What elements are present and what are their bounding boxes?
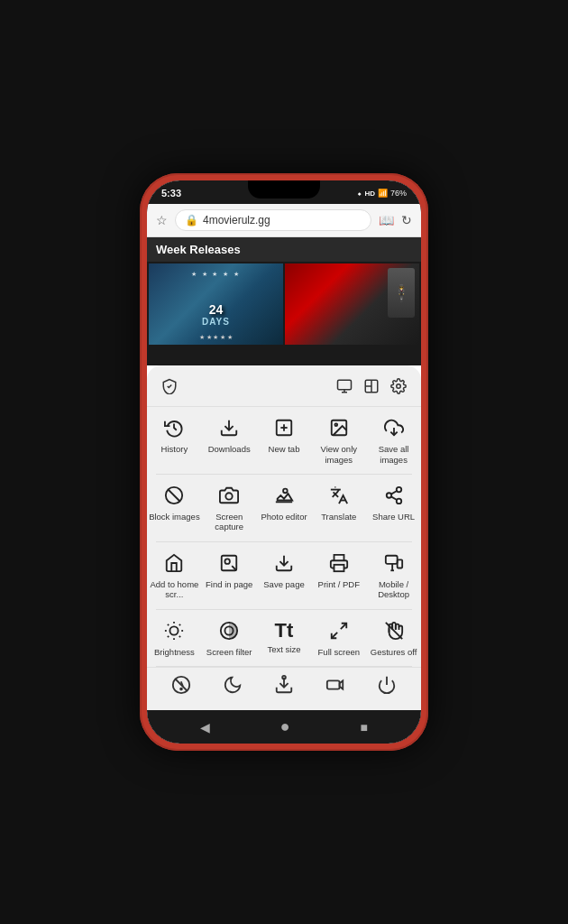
menu-item-new-tab[interactable]: New tab [257, 411, 312, 470]
menu-item-history[interactable]: History [147, 411, 202, 470]
brightness-icon [164, 621, 184, 643]
screen-capture-label: Screen capture [204, 512, 255, 532]
url-bar[interactable]: 🔒 4movierulz.gg [175, 209, 371, 231]
menu-item-brightness[interactable]: Brightness [147, 614, 202, 662]
menu-item-save-page[interactable]: Save page [257, 546, 312, 605]
svg-line-40 [179, 624, 180, 624]
address-bar: ☆ 🔒 4movierulz.gg 📖 ↻ [147, 204, 421, 237]
menu-item-view-images[interactable]: View only images [311, 411, 366, 470]
movie-thumb-1[interactable]: ★ ★ ★ ★ ★ 24 DAYS ★ ★ ★ ★ ★ [149, 263, 283, 345]
phone-inner: 5:33 ⬥ HD 📶 76% ☆ 🔒 4movierulz.gg 📖 ↻ [147, 180, 421, 744]
back-button[interactable]: ◀ [200, 720, 210, 735]
menu-item-screen-capture[interactable]: Screen capture [202, 478, 257, 538]
screen-filter-label: Screen filter [206, 647, 252, 657]
bottom-dock [147, 667, 421, 707]
home-button[interactable]: ● [280, 717, 290, 736]
save-offline-icon[interactable] [274, 675, 294, 699]
menu-item-translate[interactable]: Translate [311, 478, 366, 538]
save-images-label: Save all images [368, 444, 419, 465]
settings-icon[interactable] [390, 378, 407, 399]
svg-line-35 [168, 624, 169, 624]
svg-point-19 [386, 493, 391, 498]
mobile-desktop-label: Mobile / Desktop [368, 579, 419, 600]
svg-line-22 [390, 491, 396, 494]
save-page-label: Save page [263, 579, 304, 589]
night-mode-icon[interactable] [223, 675, 243, 699]
svg-line-15 [169, 490, 180, 502]
context-menu: History Downloads [147, 365, 421, 710]
monitor-icon[interactable] [336, 378, 353, 399]
svg-line-21 [390, 496, 396, 500]
full-screen-label: Full screen [318, 647, 360, 657]
svg-point-18 [396, 487, 401, 493]
add-home-icon [164, 553, 184, 576]
split-icon[interactable] [363, 378, 380, 399]
menu-item-gestures-off[interactable]: Gestures off [366, 614, 421, 662]
photo-editor-icon [274, 485, 294, 508]
print-pdf-icon [329, 553, 349, 576]
menu-item-block-images[interactable]: Block images [147, 478, 202, 538]
menu-item-add-home[interactable]: Add to home scr... [147, 546, 202, 605]
menu-item-text-size[interactable]: Tt Text size [257, 614, 312, 662]
url-text: 4movierulz.gg [203, 214, 270, 226]
shield-icon[interactable] [161, 378, 178, 399]
view-images-icon [329, 418, 349, 440]
block-images-label: Block images [149, 512, 200, 522]
find-page-label: Find in page [206, 579, 252, 589]
menu-item-photo-editor[interactable]: Photo editor [257, 478, 312, 538]
wifi-icon: 📶 [378, 189, 388, 198]
svg-rect-51 [327, 680, 340, 688]
screen-capture-icon [219, 485, 239, 508]
video-icon[interactable] [325, 675, 345, 699]
history-label: History [161, 444, 188, 454]
new-tab-icon [274, 418, 294, 440]
svg-point-48 [180, 688, 182, 690]
lock-icon: 🔒 [185, 214, 198, 226]
share-url-label: Share URL [372, 512, 415, 522]
status-bar: 5:33 ⬥ HD 📶 76% [147, 180, 421, 204]
translate-icon [329, 485, 349, 508]
menu-row-4: Brightness Screen filter [147, 610, 421, 666]
status-icons: ⬥ HD 📶 76% [357, 189, 407, 198]
gestures-off-icon [384, 621, 404, 643]
svg-point-6 [397, 384, 401, 389]
section-title: Week Releases [147, 237, 421, 262]
screen: 5:33 ⬥ HD 📶 76% ☆ 🔒 4movierulz.gg 📖 ↻ [147, 180, 421, 744]
menu-row-3: Add to home scr... Find in page [147, 542, 421, 609]
menu-item-save-images[interactable]: Save all images [366, 411, 421, 470]
signal-icon: ⬥ [357, 189, 362, 198]
menu-item-print-pdf[interactable]: Print / PDF [311, 546, 366, 605]
svg-point-24 [225, 559, 231, 564]
menu-row-1: History Downloads [147, 407, 421, 474]
refresh-icon[interactable]: ↻ [401, 213, 412, 227]
reader-icon[interactable]: 📖 [379, 213, 394, 227]
svg-line-39 [168, 635, 169, 636]
translate-label: Translate [321, 512, 356, 522]
share-url-icon [384, 485, 404, 508]
power-icon[interactable] [377, 675, 397, 699]
menu-item-share-url[interactable]: Share URL [366, 478, 421, 538]
menu-item-find-page[interactable]: Find in page [202, 546, 257, 605]
browser-content: Week Releases ★ ★ ★ ★ ★ 24 DAYS ★ ★ ★ ★ … [147, 237, 421, 365]
svg-line-44 [332, 632, 337, 637]
svg-rect-0 [338, 381, 352, 391]
menu-item-full-screen[interactable]: Full screen [311, 614, 366, 662]
text-size-label: Text size [268, 644, 301, 654]
movie-thumb-2[interactable]: 🕴 [285, 263, 419, 345]
menu-item-screen-filter[interactable]: Screen filter [202, 614, 257, 662]
phone-frame: 5:33 ⬥ HD 📶 76% ☆ 🔒 4movierulz.gg 📖 ↻ [140, 173, 428, 751]
svg-line-43 [341, 623, 346, 628]
brightness-label: Brightness [154, 647, 195, 657]
notch [248, 180, 320, 199]
svg-rect-27 [334, 565, 344, 571]
nav-bar: ◀ ● ■ [147, 710, 421, 744]
recent-button[interactable]: ■ [361, 720, 368, 735]
incognito-icon[interactable] [171, 675, 191, 699]
bookmark-icon[interactable]: ☆ [156, 213, 168, 227]
svg-point-17 [283, 489, 288, 494]
find-page-icon [219, 553, 239, 576]
menu-item-downloads[interactable]: Downloads [202, 411, 257, 470]
menu-top-row [147, 374, 421, 407]
hd-label: HD [364, 189, 375, 198]
menu-item-mobile-desktop[interactable]: Mobile / Desktop [366, 546, 421, 605]
